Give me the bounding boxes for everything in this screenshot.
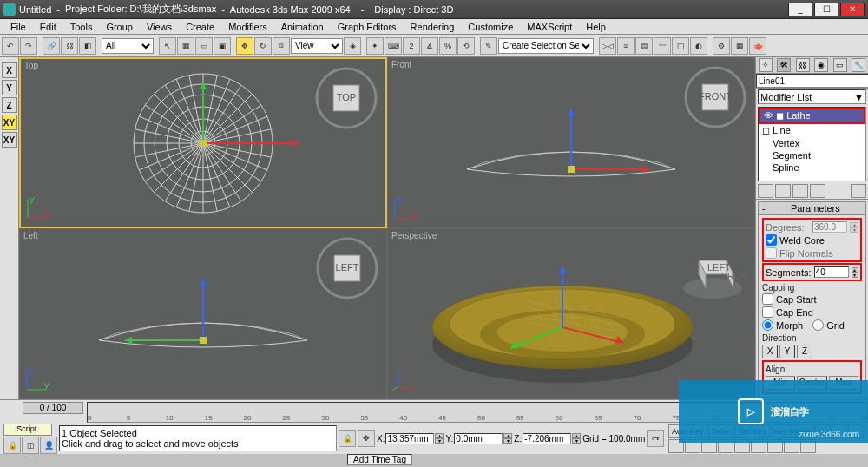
viewport-perspective[interactable]: Perspective LEFT FRONT	[387, 228, 755, 399]
material-editor-button[interactable]: ◐	[690, 37, 707, 55]
coord-y-spinner[interactable]: ▴▾	[503, 433, 512, 444]
menu-file[interactable]: File	[3, 22, 33, 32]
menu-animation[interactable]: Animation	[274, 22, 331, 32]
viewport-front[interactable]: Front FRONT xz	[387, 57, 755, 228]
direction-z-button[interactable]: Z	[797, 345, 812, 358]
rendered-frame-button[interactable]: ▦	[731, 37, 748, 55]
coord-y-input[interactable]	[454, 433, 503, 444]
viewcube-perspective[interactable]: LEFT FRONT	[678, 236, 747, 306]
axis-xy-button[interactable]: XY	[2, 115, 17, 130]
remove-modifier-button[interactable]	[810, 184, 825, 198]
parameters-header[interactable]: -Parameters	[758, 201, 866, 215]
select-by-name-button[interactable]: ▦	[177, 37, 194, 55]
direction-y-button[interactable]: Y	[779, 345, 795, 358]
menu-customize[interactable]: Customize	[461, 22, 520, 32]
mirror-button[interactable]: ▷◁	[599, 37, 616, 55]
absolute-transform-button[interactable]: ✥	[358, 430, 375, 447]
axis-x-button[interactable]: X	[2, 62, 17, 78]
manipulate-button[interactable]: ✦	[366, 37, 384, 55]
flip-normals-checkbox[interactable]	[766, 247, 777, 259]
menu-maxscript[interactable]: MAXScript	[520, 22, 579, 32]
curve-editor-button[interactable]: 〰	[654, 37, 671, 55]
morph-radio[interactable]	[762, 319, 773, 331]
make-unique-button[interactable]	[792, 184, 808, 198]
lock-selection-toggle[interactable]: 🔒	[339, 430, 356, 447]
menu-graph-editors[interactable]: Graph Editors	[331, 22, 404, 32]
viewcube-front[interactable]: FRONT	[683, 65, 747, 129]
coord-z-spinner[interactable]: ▴▾	[572, 433, 581, 444]
display-tab[interactable]: ▭	[833, 58, 847, 72]
degrees-spinner[interactable]: ▴▾	[850, 222, 858, 233]
configure-sets-button[interactable]	[851, 184, 866, 198]
keyboard-shortcut-button[interactable]: ⌨	[385, 37, 402, 55]
align-button[interactable]: ≡	[617, 37, 635, 55]
refcoord-dropdown[interactable]: View	[291, 38, 343, 54]
minimize-button[interactable]: _	[788, 3, 812, 16]
lock-selection-button[interactable]: 🔒	[3, 437, 21, 454]
viewport-top[interactable]: Top TOP	[19, 57, 387, 228]
segments-spinner[interactable]: ▴▾	[852, 267, 858, 278]
render-production-button[interactable]: 🫖	[749, 37, 766, 55]
viewcube-left[interactable]: LEFT	[315, 236, 379, 300]
schematic-view-button[interactable]: ◫	[672, 37, 689, 55]
viewcube-top[interactable]: TOP	[314, 66, 378, 130]
grid-radio[interactable]	[812, 319, 824, 331]
degrees-input[interactable]	[812, 221, 847, 233]
snaps-2d-button[interactable]: 2	[403, 37, 420, 55]
segments-input[interactable]	[814, 266, 849, 278]
key-icon[interactable]: 🗝	[647, 430, 664, 447]
select-scale-button[interactable]: ⧈	[273, 37, 290, 55]
maximize-button[interactable]: ☐	[814, 3, 838, 16]
snaps-angle-button[interactable]: ∡	[421, 37, 438, 55]
add-time-tag[interactable]: Add Time Tag	[347, 454, 412, 465]
undo-button[interactable]: ↶	[2, 37, 19, 55]
menu-rendering[interactable]: Rendering	[404, 22, 462, 32]
menu-views[interactable]: Views	[140, 22, 179, 32]
select-rotate-button[interactable]: ↻	[254, 37, 272, 55]
utilities-tab[interactable]: 🔧	[852, 58, 865, 72]
menu-tools[interactable]: Tools	[63, 22, 100, 32]
cap-start-checkbox[interactable]	[762, 293, 773, 305]
modify-tab[interactable]: 🛠	[777, 58, 791, 72]
close-button[interactable]: ✕	[840, 3, 865, 16]
coord-x-spinner[interactable]: ▴▾	[435, 433, 444, 444]
pivot-center-button[interactable]: ◈	[344, 37, 361, 55]
modifier-stack[interactable]: 👁 ◼ Lathe ◻ Line Vertex Segment Spline	[758, 107, 866, 181]
axis-z-button[interactable]: Z	[2, 97, 17, 113]
bind-button[interactable]: ◧	[79, 37, 96, 55]
hierarchy-tab[interactable]: ⛓	[796, 58, 810, 72]
coord-x-input[interactable]	[385, 433, 434, 444]
axis-xy2-button[interactable]: XY	[2, 132, 17, 148]
menu-create[interactable]: Create	[179, 22, 221, 32]
render-setup-button[interactable]: ⚙	[713, 37, 730, 55]
show-end-result-button[interactable]	[775, 184, 791, 198]
cap-end-checkbox[interactable]	[762, 306, 773, 318]
motion-tab[interactable]: ◉	[814, 58, 828, 72]
layer-manager-button[interactable]: ▤	[635, 37, 653, 55]
communication-button[interactable]: 👤	[40, 437, 57, 454]
select-move-button[interactable]: ✥	[236, 37, 253, 55]
modifier-list-dropdown[interactable]: Modifier List▼	[758, 89, 866, 104]
window-crossing-button[interactable]: ▣	[214, 37, 231, 55]
select-object-button[interactable]: ↖	[159, 37, 176, 55]
snaps-percent-button[interactable]: %	[439, 37, 457, 55]
selection-filter-dropdown[interactable]: All	[102, 38, 154, 54]
weld-core-checkbox[interactable]	[766, 234, 777, 246]
direction-x-button[interactable]: X	[762, 345, 778, 358]
unlink-button[interactable]: ⛓	[61, 37, 78, 55]
isolate-button[interactable]: ◫	[22, 437, 39, 454]
select-region-button[interactable]: ▭	[195, 37, 213, 55]
time-slider[interactable]: 0 / 100	[23, 402, 83, 414]
object-name-input[interactable]	[756, 74, 868, 88]
viewport-left[interactable]: Left LEFT yz	[19, 228, 387, 399]
link-button[interactable]: 🔗	[43, 37, 60, 55]
maxscript-mini-listener[interactable]: Script.	[3, 424, 52, 436]
named-selection-dropdown[interactable]: Create Selection Set	[498, 38, 594, 54]
spinner-snap-button[interactable]: ⟲	[457, 37, 475, 55]
redo-button[interactable]: ↷	[20, 37, 37, 55]
pin-stack-button[interactable]	[758, 184, 773, 198]
menu-modifiers[interactable]: Modifiers	[221, 22, 274, 32]
menu-help[interactable]: Help	[579, 22, 613, 32]
axis-y-button[interactable]: Y	[2, 80, 17, 95]
edit-named-sel-button[interactable]: ✎	[480, 37, 497, 55]
